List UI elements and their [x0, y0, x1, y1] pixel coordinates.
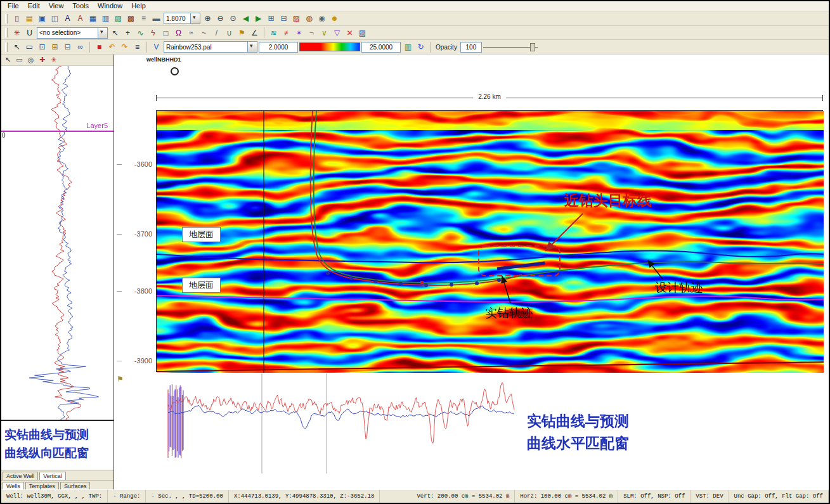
- ruler-icon[interactable]: ▬: [150, 13, 162, 25]
- about-icon[interactable]: ☻: [328, 13, 340, 25]
- zoom-in-icon[interactable]: ⊕: [202, 13, 214, 25]
- close-tool-icon[interactable]: ✕: [344, 27, 356, 39]
- survey-point-marker[interactable]: [497, 278, 501, 282]
- horizon-line-dark-red[interactable]: [157, 362, 824, 372]
- undo-icon[interactable]: ↶: [106, 41, 118, 53]
- toolbar-grip[interactable]: [5, 42, 8, 52]
- new-document-icon[interactable]: ▯: [11, 13, 23, 25]
- pan-tool-icon[interactable]: ✚: [37, 55, 48, 65]
- toolbar-grip[interactable]: [5, 28, 8, 37]
- layer-list-icon[interactable]: ≡: [138, 13, 150, 25]
- stop-icon[interactable]: ■: [93, 41, 105, 53]
- bold-a-icon[interactable]: A: [62, 13, 74, 25]
- redo-icon[interactable]: ↷: [119, 41, 131, 53]
- join-segment-icon[interactable]: ∪: [223, 27, 235, 39]
- zoom-level-combo[interactable]: 1.8070: [164, 13, 200, 24]
- palette-flag-icon[interactable]: V: [150, 41, 162, 53]
- list-icon[interactable]: ≡: [131, 41, 143, 53]
- min-range-input[interactable]: 2.0000: [259, 42, 298, 53]
- near-bit-target-line[interactable]: [497, 263, 545, 269]
- flag-marker-icon[interactable]: ⚑: [236, 27, 248, 39]
- max-range-input[interactable]: 25.0000: [361, 42, 401, 53]
- survey-point-marker[interactable]: [349, 276, 353, 280]
- refresh-palette-icon[interactable]: ↻: [415, 41, 427, 53]
- palette-combo[interactable]: Rainbow253.pal: [164, 41, 257, 53]
- select-mode-icon[interactable]: ↖: [11, 41, 23, 53]
- layer5-horizon-line[interactable]: [1, 131, 113, 132]
- grid-view-icon[interactable]: ▦: [87, 13, 99, 25]
- globe-icon[interactable]: ◍: [303, 13, 315, 25]
- survey-point-marker[interactable]: [326, 271, 330, 275]
- duplicate-icon[interactable]: ⊟: [62, 41, 74, 53]
- menu-edit[interactable]: Edit: [23, 1, 44, 11]
- wiggle-display-icon[interactable]: ≠: [280, 27, 292, 39]
- toolbar-grip[interactable]: [5, 14, 8, 23]
- red-square-marker[interactable]: [420, 281, 424, 284]
- menu-help[interactable]: Help: [127, 1, 150, 11]
- smooth-icon[interactable]: ~: [198, 27, 210, 39]
- actual-trajectory-path[interactable]: [311, 111, 522, 285]
- survey-point-marker[interactable]: [475, 281, 479, 285]
- camera-icon[interactable]: ◉: [316, 13, 328, 25]
- menu-window[interactable]: Window: [93, 1, 127, 11]
- map-view-icon[interactable]: ▧: [112, 13, 124, 25]
- seismic-view-icon[interactable]: ▩: [125, 13, 137, 25]
- combo-arrow-icon[interactable]: [190, 13, 200, 23]
- pointer-icon[interactable]: ↖: [109, 27, 121, 39]
- next-view-icon[interactable]: ▶: [252, 13, 264, 25]
- zoom-tool-icon[interactable]: ◎: [25, 55, 36, 65]
- gain-tool-icon[interactable]: ¬: [306, 27, 318, 39]
- horizon-line-magenta[interactable]: [157, 295, 824, 302]
- menu-file[interactable]: File: [3, 1, 23, 11]
- section-map-icon[interactable]: ▨: [356, 27, 368, 39]
- underline-u-tool-icon[interactable]: U: [23, 27, 36, 39]
- cascade-windows-icon[interactable]: ⊟: [278, 13, 290, 25]
- selection-combo[interactable]: <no selection>: [37, 27, 108, 39]
- node-edit-icon[interactable]: ▭: [14, 55, 25, 65]
- opacity-slider[interactable]: [483, 42, 538, 52]
- combo-arrow-icon[interactable]: [247, 42, 257, 52]
- combo-arrow-icon[interactable]: [98, 28, 107, 38]
- colorbar-gradient[interactable]: [299, 42, 360, 51]
- menu-tools[interactable]: Tools: [68, 1, 93, 11]
- pick-horizon-icon[interactable]: ∿: [134, 27, 146, 39]
- rect-select-icon[interactable]: ▭: [23, 41, 36, 53]
- well-log-track-panel[interactable]: Layer5 0: [1, 66, 113, 421]
- select-cursor-icon[interactable]: ↖: [3, 55, 13, 65]
- section-view-icon[interactable]: ▥: [100, 13, 112, 25]
- survey-point-marker[interactable]: [399, 282, 403, 286]
- opacity-input[interactable]: 100: [460, 42, 482, 53]
- wave-display-icon[interactable]: ≋: [268, 27, 280, 39]
- star-overlay-icon[interactable]: ✶: [293, 27, 305, 39]
- color-map-icon[interactable]: ▨: [290, 13, 302, 25]
- probe-tool-icon[interactable]: ✳: [48, 55, 59, 65]
- split-segment-icon[interactable]: /: [211, 27, 223, 39]
- tile-windows-icon[interactable]: ⊞: [265, 13, 277, 25]
- save-icon[interactable]: ▣: [36, 13, 48, 25]
- open-folder-icon[interactable]: ▤: [23, 13, 36, 25]
- magnet-snap-icon[interactable]: Ω: [172, 27, 185, 39]
- print-icon[interactable]: ◫: [49, 13, 61, 25]
- pan-cross-icon[interactable]: +: [122, 27, 134, 39]
- survey-point-marker[interactable]: [424, 283, 428, 287]
- curve-match-panel[interactable]: ⚑ 实钻曲线与预测 曲线水平匹配窗: [115, 373, 829, 489]
- survey-point-marker[interactable]: [373, 280, 377, 283]
- polarity-tool-icon[interactable]: ∨: [318, 27, 330, 39]
- survey-point-marker[interactable]: [450, 283, 453, 287]
- pin-icon[interactable]: ⚑: [117, 375, 124, 384]
- zoom-out-icon[interactable]: ⊖: [214, 13, 226, 25]
- tab-active-well[interactable]: Active Well: [3, 472, 38, 480]
- asterisk-tool-icon[interactable]: ✳: [11, 27, 23, 39]
- angle-measure-icon[interactable]: ∠: [249, 27, 261, 39]
- zoom-full-icon[interactable]: ⊙: [227, 13, 239, 25]
- pick-fault-icon[interactable]: ϟ: [147, 27, 159, 39]
- previous-view-icon[interactable]: ◀: [240, 13, 252, 25]
- link-views-icon[interactable]: ∞: [74, 41, 86, 53]
- horizon-line-blue[interactable]: [157, 250, 824, 262]
- annotation-a-icon[interactable]: A: [74, 13, 86, 25]
- colorbar-edit-icon[interactable]: ▥: [402, 41, 414, 53]
- triangle-filter-icon[interactable]: ▽: [331, 27, 343, 39]
- copy-icon[interactable]: ⊡: [36, 41, 48, 53]
- tab-vertical[interactable]: Vertical: [39, 472, 66, 480]
- erase-pick-icon[interactable]: ◻: [160, 27, 172, 39]
